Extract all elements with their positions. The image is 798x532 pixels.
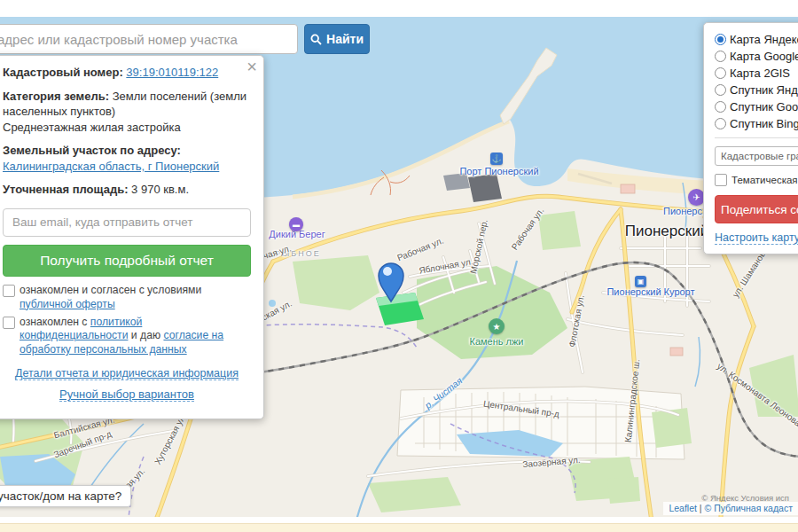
radio-icon[interactable] — [715, 118, 726, 129]
cadastral-number-link[interactable]: 39:19:010119:122 — [126, 66, 218, 79]
layer-option[interactable]: Спутник Google — [715, 100, 798, 113]
layer-option-label: Спутник Яндекс — [730, 83, 798, 97]
address-link[interactable]: Калининградская область, г Пионерский — [3, 160, 219, 173]
privacy-checkbox-label: ознакомлен с политикой конфиденциальност… — [20, 316, 251, 358]
radio-icon[interactable] — [715, 34, 726, 45]
layer-option[interactable]: Карта 2GIS — [715, 66, 798, 80]
radio-icon[interactable] — [715, 84, 726, 96]
boundaries-select[interactable]: Кадастровые границы — [715, 146, 798, 166]
cadastral-map-app: Порт ПионерскийПионерскийПионерский Куро… — [0, 0, 798, 532]
search-input[interactable] — [0, 24, 298, 54]
panel-divider — [715, 137, 798, 138]
search-button[interactable]: Найти — [304, 24, 370, 54]
source-link[interactable]: © Публичная кадаст — [704, 503, 793, 513]
find-parcel-tooltip[interactable]: участок/дом на карте? — [0, 485, 131, 507]
address-label: Земельный участок по адресу: — [3, 144, 181, 157]
area-label: Уточненная площадь: — [3, 183, 128, 196]
layer-option-label: Карта Google — [730, 50, 798, 63]
offer-checkbox-label: ознакомлен и согласен с условиями публич… — [20, 284, 251, 312]
attribution-divider: | — [700, 503, 702, 513]
email-field[interactable] — [3, 208, 251, 237]
layer-option[interactable]: Спутник Bing — [715, 117, 798, 130]
layer-option[interactable]: Карта Google — [715, 50, 798, 63]
parcel-info-panel: × Кадастровый номер: 39:19:010119:122 Ка… — [0, 55, 264, 419]
privacy-checkbox[interactable] — [3, 317, 15, 329]
search-button-label: Найти — [326, 32, 364, 46]
cadastral-label: Кадастровый номер: — [3, 66, 123, 79]
get-report-button[interactable]: Получить подробный отчет — [3, 245, 251, 277]
layer-options-list: Карта ЯндексКарта GoogleКарта 2GISСпутни… — [715, 33, 798, 130]
layer-option-label: Карта 2GIS — [730, 66, 790, 80]
port-icon: ⚓ — [490, 153, 503, 165]
map-layers-panel: Карта ЯндексКарта GoogleКарта 2GISСпутни… — [703, 22, 798, 254]
layer-option-label: Спутник Google — [730, 100, 798, 113]
map-attribution: Leaflet | © Публичная кадаст — [663, 502, 798, 515]
leaflet-link[interactable]: Leaflet — [669, 503, 697, 513]
bottom-banner — [0, 523, 798, 532]
thematic-checkbox[interactable] — [715, 174, 727, 186]
close-icon[interactable]: × — [246, 58, 257, 75]
configure-map-link[interactable]: Настроить карту — [715, 231, 798, 245]
radio-icon[interactable] — [715, 101, 726, 113]
manual-selection-link[interactable]: Ручной выбор вариантов — [59, 387, 194, 402]
offer-checkbox[interactable] — [3, 285, 15, 297]
thematic-label: Тематическая карта — [732, 175, 798, 185]
category-label: Категория земель: — [3, 90, 109, 103]
layer-option[interactable]: Карта Яндекс — [715, 33, 798, 46]
search-icon — [310, 34, 322, 45]
layer-option-label: Карта Яндекс — [730, 33, 798, 46]
offer-link[interactable]: публичной оферты — [20, 298, 115, 310]
thematic-map-row[interactable]: Тематическая карта — [715, 174, 798, 186]
layer-option-label: Спутник Bing — [730, 117, 798, 130]
layer-option[interactable]: Спутник Яндекс — [715, 83, 798, 97]
category-note: Среднеэтажная жилая застройка — [3, 121, 181, 134]
area-value: 3 970 кв.м. — [131, 183, 189, 196]
share-link-button[interactable]: Поделиться ссылкой — [715, 195, 798, 223]
star-landmark-icon: ★ — [489, 318, 505, 334]
train-station-icon: ▣ — [635, 276, 646, 287]
report-details-link[interactable]: Детали отчета и юридическая информация — [15, 367, 239, 380]
radio-icon[interactable] — [715, 51, 726, 62]
radio-icon[interactable] — [715, 67, 726, 79]
hotel-icon: ▬ — [289, 217, 303, 231]
